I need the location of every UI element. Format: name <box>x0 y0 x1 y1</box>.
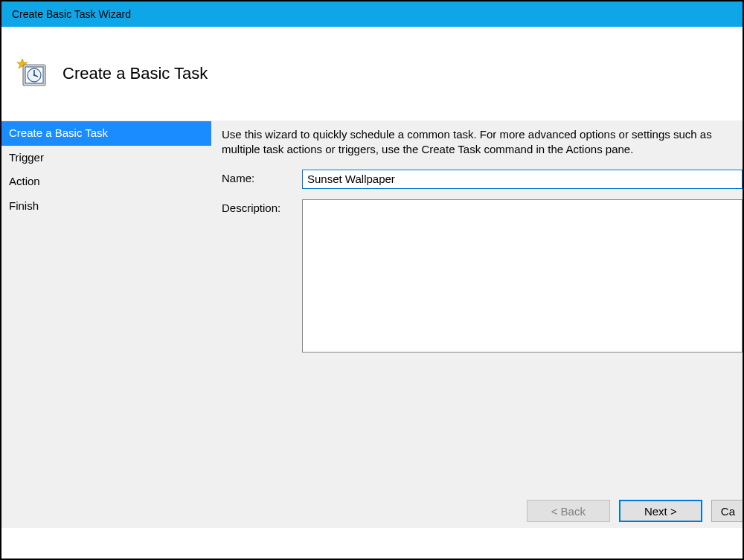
wizard-steps-sidebar: Create a Basic Task Trigger Action Finis… <box>1 121 211 528</box>
step-action[interactable]: Action <box>1 170 211 194</box>
wizard-main-panel: Use this wizard to quickly schedule a co… <box>211 121 743 528</box>
sidebar-item-label: Trigger <box>9 151 44 164</box>
window-title: Create Basic Task Wizard <box>12 8 131 20</box>
sidebar-item-label: Create a Basic Task <box>9 126 108 139</box>
titlebar[interactable]: Create Basic Task Wizard <box>1 1 743 27</box>
description-label: Description: <box>222 199 302 214</box>
name-input[interactable] <box>302 170 743 189</box>
name-label: Name: <box>222 170 302 184</box>
step-trigger[interactable]: Trigger <box>1 146 211 170</box>
intro-text: Use this wizard to quickly schedule a co… <box>222 127 743 158</box>
step-create-basic-task[interactable]: Create a Basic Task <box>1 121 211 146</box>
task-scheduler-icon <box>16 57 49 90</box>
sidebar-item-label: Finish <box>9 199 39 212</box>
svg-point-6 <box>33 74 35 76</box>
description-textarea[interactable] <box>302 199 743 353</box>
step-finish[interactable]: Finish <box>1 194 211 219</box>
wizard-footer: < Back Next > Ca <box>527 495 743 527</box>
next-button[interactable]: Next > <box>619 500 702 522</box>
sidebar-item-label: Action <box>9 175 40 187</box>
page-title: Create a Basic Task <box>62 64 208 83</box>
back-button: < Back <box>527 500 610 522</box>
wizard-header: Create a Basic Task <box>1 27 743 120</box>
cancel-button[interactable]: Ca <box>711 500 743 522</box>
